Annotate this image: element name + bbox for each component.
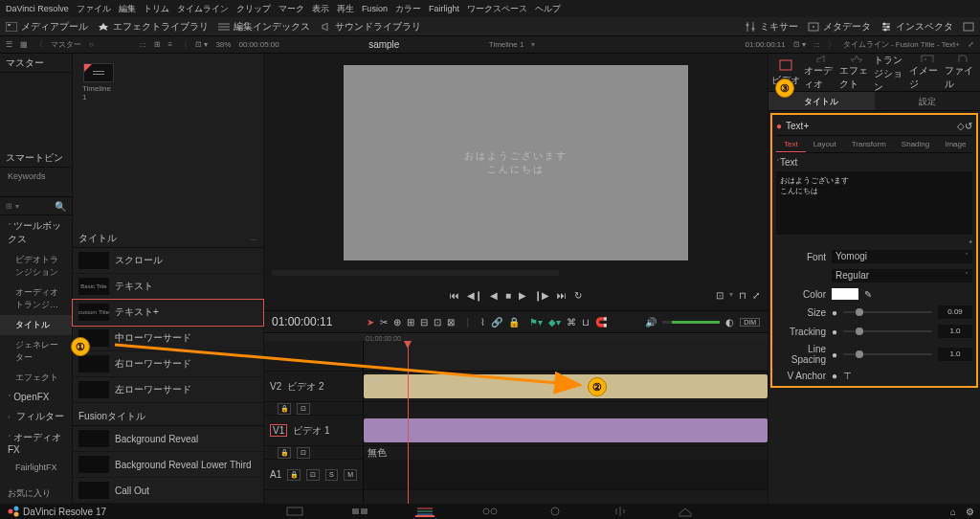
viewer-expand-icon[interactable]: ⤢ (752, 290, 760, 301)
inspector-toggle[interactable]: インスペクタ (880, 20, 953, 34)
text-content-input[interactable] (776, 171, 972, 235)
texttab-shading[interactable]: Shading (894, 136, 937, 152)
loop-icon[interactable]: ↻ (574, 290, 582, 301)
sound-library-toggle[interactable]: サウンドライブラリ (320, 20, 421, 34)
font-dropdown[interactable]: Yomogi˅ (832, 250, 972, 263)
title-left-lower-third[interactable]: 左ローワーサード (73, 377, 263, 403)
snap-icon[interactable]: ⊔ (582, 317, 590, 327)
reverse-icon[interactable]: ◀ (490, 290, 498, 301)
inspector-tab-audio[interactable]: オーディオ (804, 54, 839, 91)
page-color[interactable] (546, 506, 565, 517)
cat-generator[interactable]: ジェネレーター (0, 335, 72, 368)
volume-slider[interactable] (662, 321, 720, 324)
fit-icon[interactable]: ⊡ (434, 317, 441, 327)
enable-dot-icon[interactable]: ● (776, 121, 782, 131)
next-clip-icon[interactable]: ⏭ (557, 290, 567, 301)
mute-icon[interactable]: DIM (740, 318, 760, 327)
overwrite-icon[interactable]: ⊞ (407, 317, 414, 327)
tc-display[interactable]: 01:00:00:11 (272, 315, 332, 328)
keywords-bin[interactable]: Keywords (0, 168, 72, 185)
menu-file[interactable]: ファイル (77, 3, 111, 15)
cat-title[interactable]: タイトル (0, 315, 72, 335)
replace-icon[interactable]: ⊟ (420, 317, 428, 327)
title-mid-lower-third[interactable]: 中ローワーサード (73, 326, 263, 351)
dim-icon[interactable]: ◐ (725, 317, 734, 327)
texttab-layout[interactable]: Layout (806, 136, 844, 152)
menu-trim[interactable]: トリム (144, 3, 169, 15)
cat-video-transition[interactable]: ビデオトランジション (0, 250, 72, 282)
cat-effect[interactable]: エフェクト (0, 368, 72, 388)
menu-timeline[interactable]: タイムライン (177, 3, 229, 15)
edit-index-toggle[interactable]: 編集インデックス (218, 20, 310, 34)
size-slider[interactable] (843, 311, 932, 313)
menu-fairlight[interactable]: Fairlight (429, 4, 459, 13)
list-icon[interactable]: ☰ (6, 40, 12, 49)
menu-workspace[interactable]: ワークスペース (467, 3, 527, 15)
title-scroll[interactable]: スクロール (73, 248, 263, 274)
fusion-bg-reveal-lt[interactable]: Background Reveal Lower Third (73, 452, 263, 478)
source-scrubber[interactable] (272, 270, 559, 276)
size-value[interactable]: 0.09 (938, 305, 972, 319)
step-back-icon[interactable]: ◀❙ (467, 290, 482, 301)
menu-clip[interactable]: クリップ (236, 3, 271, 15)
track-header-a1[interactable]: A1 🔒⊡ SM (264, 460, 363, 490)
ripple-icon[interactable]: ⊠ (447, 317, 455, 327)
track-disable-icon[interactable]: ⊡ (297, 403, 310, 415)
cat-favorites[interactable]: お気に入り (0, 484, 72, 504)
font-weight-dropdown[interactable]: Regular˅ (832, 269, 972, 282)
cat-filter[interactable]: › フィルター (0, 406, 72, 427)
linespacing-slider[interactable] (843, 353, 932, 355)
zoom-value[interactable]: 38% (215, 40, 231, 49)
inspector-tab-image[interactable]: イメージ (909, 54, 945, 91)
match-frame-icon[interactable]: ⊡ (716, 290, 724, 301)
magnet-icon[interactable]: 🧲 (595, 317, 607, 327)
thumb-icon[interactable]: ▦ (20, 40, 28, 49)
snap-link-icon[interactable]: ⌘ (567, 317, 576, 327)
vanchor-top-icon[interactable]: ⊤ (843, 371, 852, 381)
full-screen-toggle[interactable] (963, 22, 974, 32)
page-cut[interactable] (350, 506, 369, 517)
menu-playback[interactable]: 再生 (337, 3, 354, 15)
subtab-settings[interactable]: 設定 (875, 92, 981, 110)
menu-color[interactable]: カラー (395, 3, 421, 15)
page-fairlight[interactable] (611, 506, 630, 517)
media-thumb[interactable]: Timeline 1 (82, 63, 115, 102)
inspector-tab-effect[interactable]: エフェクト (839, 54, 875, 91)
menu-view[interactable]: 表示 (312, 3, 329, 15)
texttab-image[interactable]: Image (937, 136, 973, 152)
expand-icon[interactable]: ⤢ (968, 40, 974, 49)
page-media[interactable] (285, 506, 304, 517)
tracking-slider[interactable] (843, 330, 932, 332)
timeline-scrubber[interactable]: 01:00:00:00 (264, 333, 768, 341)
cat-openfx[interactable]: ˅ OpenFX (0, 388, 72, 406)
in-out-icon[interactable]: ⊓ (739, 290, 746, 301)
track-a1[interactable] (364, 460, 768, 490)
lock-icon[interactable]: 🔒 (508, 317, 520, 327)
title-text-plus[interactable]: custom Titleテキスト+ (73, 300, 263, 326)
settings-gear-icon[interactable]: ⚙ (966, 507, 974, 517)
track-v2[interactable]: Text+ (364, 372, 768, 402)
prev-clip-icon[interactable]: ⏮ (450, 290, 459, 301)
menu-mark[interactable]: マーク (278, 3, 304, 15)
effects-library-toggle[interactable]: エフェクトライブラリ (98, 20, 209, 34)
page-edit[interactable] (415, 506, 434, 517)
volume-icon[interactable]: 🔊 (645, 317, 657, 327)
play-icon[interactable]: ▶ (519, 290, 526, 301)
fusion-callout[interactable]: Call Out (73, 478, 263, 504)
fusion-bg-reveal[interactable]: Background Reveal (73, 426, 263, 452)
cat-audiofx[interactable]: ˅ オーディオFX (0, 427, 72, 459)
texttab-text[interactable]: Text (776, 136, 806, 152)
arrow-tool-icon[interactable]: ➤ (367, 317, 374, 327)
search-icon[interactable]: 🔍 (55, 201, 66, 212)
track-lock-icon[interactable]: 🔒 (278, 403, 291, 415)
texttab-transform[interactable]: Transform (844, 136, 894, 152)
track-header-v1[interactable]: V1ビデオ 1 (264, 416, 363, 446)
color-swatch[interactable] (832, 288, 858, 300)
link-icon[interactable]: ⌇ (480, 317, 485, 327)
inspector-tab-transition[interactable]: トランジション (874, 54, 909, 91)
keyframe-icon[interactable]: ◇ (957, 121, 965, 131)
mediapool-toggle[interactable]: メディアプール (6, 20, 88, 34)
app-menu[interactable]: DaVinci Resolve (6, 4, 69, 13)
texttab-settings[interactable]: Settings (973, 136, 980, 152)
track-header-v2[interactable]: V2ビデオ 2 (264, 372, 363, 402)
